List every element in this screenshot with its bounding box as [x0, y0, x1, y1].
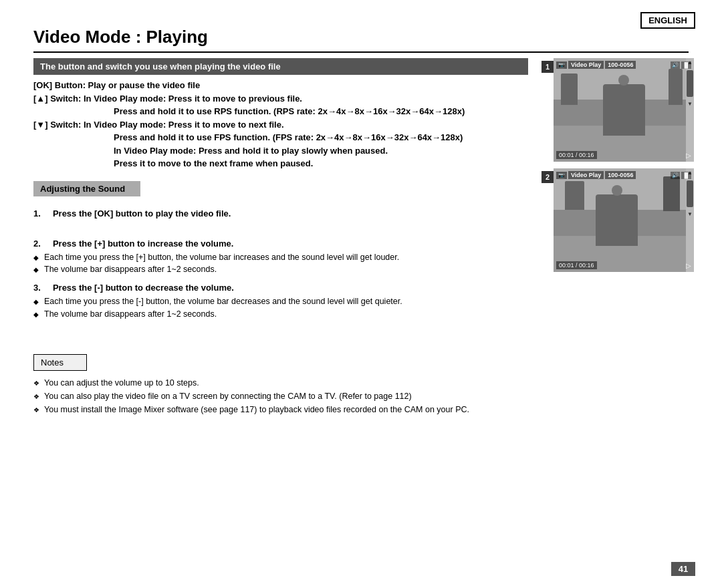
vf-icon-mic-1: 🔊 — [671, 61, 680, 69]
vf-icon-bat-1: ▐▌ — [681, 61, 691, 69]
line-up1: [▲] Switch: In Video Play mode: Press it… — [33, 92, 528, 106]
video-frame-wrapper-2: 2 ▲ ▼ — [554, 168, 689, 272]
line-frame: Press it to move to the next frame when … — [33, 157, 528, 170]
vf-bottom-overlay-1: 00:01 / 00:16 ▷ — [556, 151, 691, 159]
vf-tree4 — [663, 176, 680, 210]
line-rps: Press and hold it to use RPS function. (… — [33, 105, 528, 118]
vf-bg-1 — [554, 58, 694, 162]
vf-top-right-1: 🔊 ▐▌ — [671, 61, 691, 69]
vf-file-1: 100-0056 — [605, 61, 636, 69]
vf-cam-icon-1: 📷 — [556, 61, 567, 69]
item3-number: 3. — [33, 283, 41, 293]
vf-tree2 — [669, 69, 683, 105]
frame-number-1: 1 — [542, 61, 554, 73]
notes-label: Notes — [33, 354, 87, 371]
left-content: The button and switch you use when playi… — [33, 58, 528, 416]
note3: You must install the Image Mixer softwar… — [33, 403, 528, 416]
video-frame-1: ▲ ▼ 📷 Video Play 100-0056 🔊 ▐▌ — [554, 58, 694, 162]
item3-text: Press the [-] button to decrease the vol… — [53, 283, 234, 293]
vf-bottom-overlay-2: 00:01 / 00:16 ▷ — [556, 261, 691, 269]
item2-bullet1: Each time you press the [+] button, the … — [33, 251, 528, 264]
page-title: Video Mode : Playing — [33, 27, 689, 53]
vf-tree3 — [565, 181, 584, 210]
item3: 3. Press the [-] button to decrease the … — [33, 283, 528, 293]
vf-child-2 — [596, 194, 638, 247]
note2: You can also play the video file on a TV… — [33, 390, 528, 403]
vf-thumb-2 — [687, 180, 693, 207]
item3-bullet2: The volume bar disappears after 1~2 seco… — [33, 308, 528, 321]
vf-time-1: 00:01 / 00:16 — [556, 151, 597, 159]
vf-head-2 — [612, 185, 622, 196]
vf-top-overlay-2: 📷 Video Play 100-0056 🔊 ▐▌ — [556, 171, 691, 179]
vf-top-left-1: 📷 Video Play 100-0056 — [556, 61, 636, 69]
page-container: ENGLISH Video Mode : Playing The button … — [0, 0, 722, 588]
vf-cam-icon-2: 📷 — [556, 172, 567, 179]
vf-top-left-2: 📷 Video Play 100-0056 — [556, 171, 636, 179]
line-fps: Press and hold it to use FPS function. (… — [33, 131, 528, 144]
vf-top-overlay-1: 📷 Video Play 100-0056 🔊 ▐▌ — [556, 61, 691, 69]
item2: 2. Press the [+] button to increase the … — [33, 239, 528, 249]
section1-lines: [OK] Button: Play or pause the video fil… — [33, 79, 528, 170]
video-frame-2: ▲ ▼ 📷 Video Play 100-0056 🔊 ▐▌ — [554, 168, 694, 272]
vf-child-1 — [603, 84, 645, 136]
vf-scrollbar-2: ▲ ▼ — [686, 168, 694, 272]
item1: 1. Press the [OK] button to play the vid… — [33, 208, 528, 218]
language-badge: ENGLISH — [640, 12, 695, 29]
vf-scrollbar-1: ▲ ▼ — [686, 58, 694, 162]
vf-time-2: 00:01 / 00:16 — [556, 261, 597, 269]
item1-number: 1. — [33, 208, 41, 218]
item2-number: 2. — [33, 239, 41, 249]
vf-icon-mic-2: 🔊 — [671, 172, 680, 179]
notes-content: You can adjust the volume up to 10 steps… — [33, 376, 528, 416]
vf-arrow-dn-1: ▼ — [686, 100, 694, 109]
vf-label-2: Video Play — [568, 171, 604, 179]
notes-section: Notes You can adjust the volume up to 10… — [33, 339, 528, 416]
section1-header: The button and switch you use when playi… — [33, 58, 528, 75]
line-down1: [▼] Switch: In Video Play mode: Press it… — [33, 118, 528, 132]
vf-head-1 — [618, 75, 629, 86]
vf-label-1: Video Play — [568, 61, 604, 69]
item2-bullet2: The volume bar disappears after 1~2 seco… — [33, 263, 528, 276]
vf-top-right-2: 🔊 ▐▌ — [671, 172, 691, 179]
vf-arrow-dn-2: ▼ — [686, 210, 694, 219]
page-number: 41 — [671, 562, 695, 576]
vf-thumb-1 — [687, 70, 693, 97]
item2-text: Press the [+] button to increase the vol… — [53, 239, 234, 249]
vf-play-1: ▷ — [686, 152, 691, 159]
item1-text: Press the [OK] button to play the video … — [53, 208, 231, 218]
vf-bg-2 — [554, 168, 694, 272]
line-ok: [OK] Button: Play or pause the video fil… — [33, 79, 528, 92]
vf-file-2: 100-0056 — [605, 171, 636, 179]
video-frame-wrapper-1: 1 ▲ — [554, 58, 689, 162]
right-content: 1 ▲ — [542, 58, 689, 416]
vf-play-2: ▷ — [686, 262, 691, 269]
vf-tree1 — [561, 74, 578, 105]
vf-icon-bat-2: ▐▌ — [681, 172, 691, 179]
item3-bullet1: Each time you press the [-] button, the … — [33, 295, 528, 308]
section2-header: Adjusting the Sound — [33, 181, 140, 196]
frame-number-2: 2 — [542, 171, 554, 183]
main-content: The button and switch you use when playi… — [33, 58, 689, 416]
line-slow: In Video Play mode: Press and hold it to… — [33, 144, 528, 158]
note1: You can adjust the volume up to 10 steps… — [33, 376, 528, 390]
